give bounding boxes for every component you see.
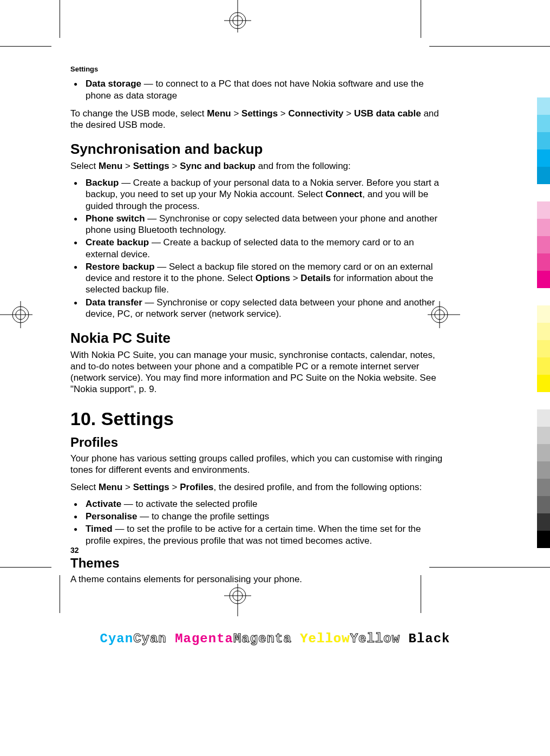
profiles-heading: Profiles	[70, 434, 444, 451]
page-content: Settings Data storage — to connect to a …	[70, 65, 444, 590]
sync-heading: Synchronisation and backup	[70, 140, 444, 158]
usb-mode-instruction: To change the USB mode, select Menu > Se…	[70, 108, 444, 131]
profiles-intro: Your phone has various setting groups ca…	[70, 453, 444, 476]
list-item: Activate — to activate the selected prof…	[70, 498, 444, 510]
list-item: Data storage — to connect to a PC that d…	[70, 78, 444, 101]
chapter-heading: 10. Settings	[70, 407, 444, 431]
registration-mark-icon	[0, 301, 32, 328]
list-item: Create backup — Create a backup of selec…	[70, 237, 444, 260]
sync-intro: Select Menu > Settings > Sync and backup…	[70, 160, 444, 172]
pcsuite-body: With Nokia PC Suite, you can manage your…	[70, 349, 444, 395]
themes-heading: Themes	[70, 555, 444, 571]
profiles-list: Activate — to activate the selected prof…	[70, 498, 444, 546]
cmyk-label: CyanCyan MagentaMagenta YellowYellow Bla…	[0, 631, 550, 646]
themes-body: A theme contains elements for personalis…	[70, 573, 444, 585]
color-calibration-bars	[537, 97, 550, 548]
profiles-select: Select Menu > Settings > Profiles, the d…	[70, 481, 444, 493]
page-number: 32	[70, 546, 79, 555]
pcsuite-heading: Nokia PC Suite	[70, 329, 444, 347]
list-item: Phone switch — Synchronise or copy selec…	[70, 213, 444, 236]
running-header: Settings	[70, 65, 444, 74]
list-item: Personalise — to change the profile sett…	[70, 511, 444, 522]
list-item: Data transfer — Synchronise or copy sele…	[70, 297, 444, 320]
list-item: Backup — Create a backup of your persona…	[70, 177, 444, 212]
list-item: Restore backup — Select a backup file st…	[70, 261, 444, 296]
registration-mark-icon	[224, 0, 251, 32]
sync-list: Backup — Create a backup of your persona…	[70, 177, 444, 320]
list-item: Timed — to set the profile to be active …	[70, 523, 444, 546]
data-storage-list: Data storage — to connect to a PC that d…	[70, 78, 444, 101]
